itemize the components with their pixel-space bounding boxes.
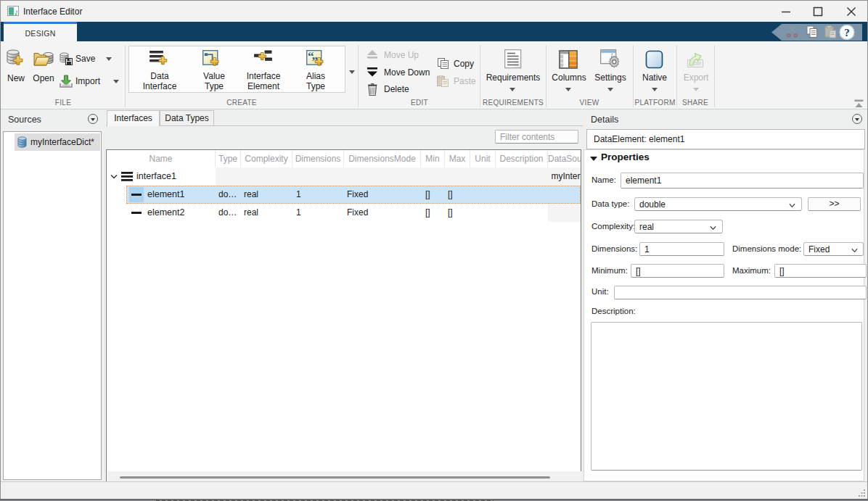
svg-text:?: ? (844, 27, 850, 38)
